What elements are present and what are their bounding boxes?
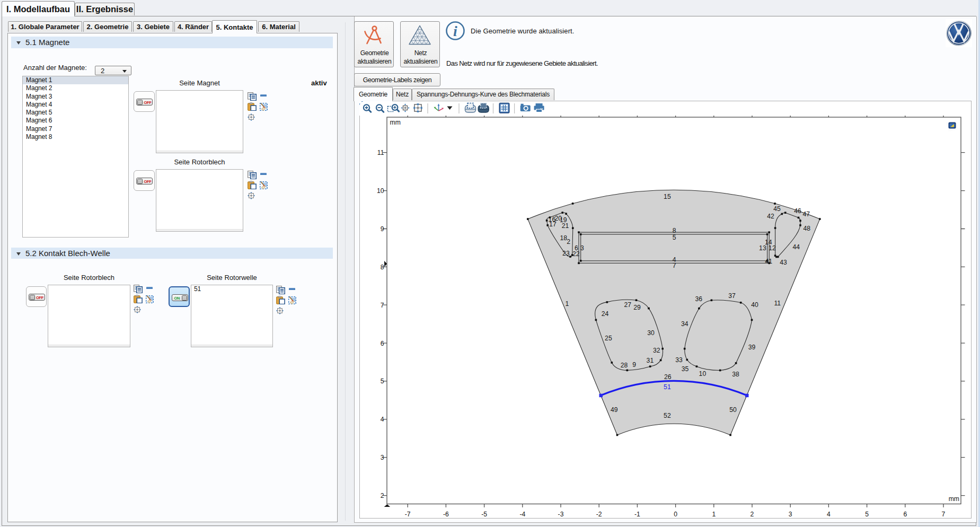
svg-text:-7: -7 [405, 511, 411, 518]
svg-text:28: 28 [621, 362, 628, 369]
svg-text:12: 12 [769, 244, 776, 252]
svg-text:39: 39 [748, 344, 756, 351]
svg-text:-2: -2 [596, 511, 602, 518]
svg-text:4: 4 [827, 511, 831, 518]
svg-text:3: 3 [789, 511, 792, 518]
svg-text:i: i [453, 23, 457, 39]
svg-text:9: 9 [381, 225, 384, 233]
svg-text:27: 27 [624, 301, 631, 309]
svg-text:10: 10 [699, 370, 707, 377]
svg-text:5: 5 [865, 511, 869, 518]
svg-text:mm: mm [949, 495, 959, 503]
svg-text:7: 7 [942, 511, 946, 518]
svg-text:24: 24 [602, 310, 609, 318]
svg-text:11: 11 [774, 300, 781, 307]
svg-text:29: 29 [633, 304, 641, 311]
svg-text:43: 43 [780, 259, 787, 266]
svg-text:48: 48 [803, 225, 810, 232]
svg-text:7: 7 [381, 302, 384, 309]
svg-text:5: 5 [673, 234, 676, 241]
svg-text:2: 2 [567, 238, 570, 245]
svg-text:6: 6 [575, 244, 578, 252]
svg-text:25: 25 [605, 335, 612, 342]
svg-text:9: 9 [632, 361, 636, 368]
svg-text:13: 13 [759, 244, 766, 252]
svg-text:36: 36 [695, 295, 702, 303]
svg-text:38: 38 [732, 371, 739, 378]
svg-text:1: 1 [565, 300, 569, 308]
svg-text:44: 44 [792, 243, 800, 251]
svg-text:49: 49 [611, 406, 618, 414]
svg-text:23: 23 [562, 250, 570, 257]
svg-text:3: 3 [381, 454, 384, 461]
svg-text:10: 10 [377, 187, 384, 195]
svg-text:-6: -6 [443, 511, 449, 518]
svg-text:6: 6 [381, 340, 384, 347]
svg-text:21: 21 [562, 222, 569, 230]
svg-text:26: 26 [664, 373, 672, 381]
svg-text:45: 45 [773, 205, 781, 213]
svg-text:-1: -1 [634, 511, 640, 518]
svg-text:15: 15 [664, 193, 671, 200]
svg-text:8: 8 [381, 264, 384, 271]
svg-text:41: 41 [765, 258, 772, 265]
svg-text:32: 32 [653, 347, 660, 354]
svg-text:2: 2 [381, 492, 384, 499]
svg-text:34: 34 [681, 320, 688, 328]
svg-text:1: 1 [712, 511, 716, 518]
svg-text:mm: mm [390, 119, 401, 126]
svg-text:51: 51 [664, 383, 671, 391]
svg-text:52: 52 [664, 412, 671, 419]
svg-text:3: 3 [580, 244, 584, 252]
svg-text:5: 5 [381, 377, 384, 385]
svg-text:33: 33 [675, 356, 683, 364]
svg-text:31: 31 [647, 357, 654, 364]
svg-text:37: 37 [728, 292, 736, 300]
svg-text:0: 0 [674, 511, 677, 518]
svg-text:40: 40 [751, 301, 758, 309]
svg-text:42: 42 [767, 213, 774, 220]
svg-text:11: 11 [377, 149, 384, 156]
svg-text:2: 2 [751, 511, 754, 518]
svg-text:6: 6 [903, 511, 907, 518]
svg-text:46: 46 [794, 207, 801, 215]
svg-text:7: 7 [673, 262, 676, 269]
svg-text:17: 17 [549, 221, 557, 228]
svg-text:50: 50 [729, 406, 737, 414]
svg-text:47: 47 [803, 210, 810, 218]
svg-text:18: 18 [560, 234, 567, 242]
svg-text:35: 35 [682, 365, 689, 373]
svg-text:30: 30 [647, 329, 655, 337]
svg-text:-4: -4 [519, 511, 525, 518]
svg-text:-5: -5 [481, 511, 487, 518]
svg-text:-3: -3 [558, 511, 564, 518]
svg-text:4: 4 [381, 416, 384, 423]
